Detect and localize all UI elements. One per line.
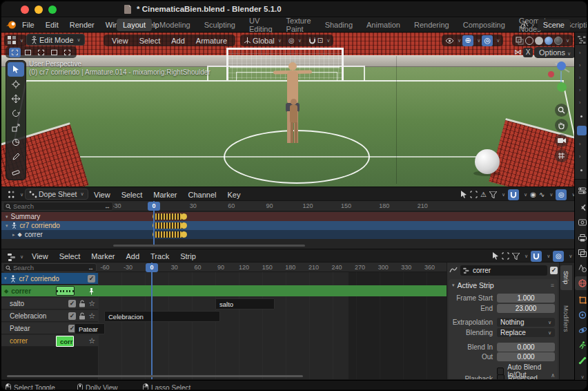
tool-properties-tab[interactable] (575, 200, 588, 214)
frame-selected-icon[interactable] (470, 191, 478, 198)
nla-proportional-toggle[interactable]: ◎ (553, 251, 564, 262)
outliner-body[interactable]: › › › › › › › (575, 44, 588, 179)
workspace-tab-8[interactable]: Compositing (457, 19, 511, 31)
strip-corr[interactable]: corr (56, 336, 74, 347)
end-field[interactable]: 23.000 (497, 304, 555, 313)
camera-view-button[interactable] (555, 134, 568, 147)
nla-hscrollbar[interactable] (7, 375, 303, 377)
close-window-button[interactable] (21, 6, 29, 14)
solo-star-icon[interactable]: ☆ (88, 312, 95, 321)
dopesheet-current-frame[interactable]: 0 (148, 202, 160, 211)
lock-icon[interactable] (79, 300, 86, 307)
shading-solid-button[interactable] (535, 37, 543, 45)
view-layer-properties-tab[interactable] (575, 246, 588, 260)
menu-2[interactable]: Render (64, 18, 100, 32)
viewport-menu-1[interactable]: Select (135, 35, 166, 46)
constraints-properties-tab[interactable] (575, 308, 588, 322)
scene-name-field[interactable]: Scene (538, 19, 570, 30)
nla-menu-3[interactable]: Add (121, 251, 144, 262)
pan-hand-button[interactable] (555, 119, 568, 132)
menu-0[interactable]: File (17, 18, 40, 32)
action-channel-row[interactable] (1, 230, 574, 239)
perspective-toggle-button[interactable] (555, 149, 568, 162)
channel-action[interactable]: ▸ ◆ correr (12, 230, 43, 239)
keyframe-type-icon[interactable]: ◉ (530, 191, 536, 198)
dopesheet-menu-2[interactable]: Marker (148, 189, 182, 200)
pivot-point-icon[interactable]: ◎ (288, 37, 295, 44)
workspace-tab-2[interactable]: Sculpting (198, 19, 242, 31)
show-errors-icon[interactable]: ⚠ (480, 191, 487, 198)
keyframes-action[interactable] (153, 231, 185, 238)
nla-menu-1[interactable]: Select (55, 251, 86, 262)
dopesheet-menu-1[interactable]: Select (117, 189, 148, 200)
select-box-new[interactable] (9, 48, 21, 57)
workspace-tab-1[interactable]: Modeling (153, 19, 197, 31)
channel-summary[interactable]: ▾ Summary (6, 212, 40, 221)
filter-by-name-icon[interactable]: ↔ (104, 203, 110, 210)
filter-funnel-icon[interactable] (489, 191, 497, 198)
measure-tool[interactable] (8, 164, 24, 178)
nla-frame-selected-icon[interactable] (502, 252, 509, 260)
blend-in-field[interactable]: 0.000 (497, 343, 555, 352)
output-properties-tab[interactable] (575, 231, 588, 245)
nla-only-selected-icon[interactable] (492, 252, 499, 260)
gizmos-toggle[interactable]: ⊕ (462, 35, 473, 46)
nla-object-track[interactable]: ▾ cr7 corriendo ✓ (1, 273, 98, 285)
auto-blend-checkbox[interactable] (497, 368, 504, 375)
nla-search[interactable]: Search ↔ (3, 263, 97, 272)
nla-track-salto[interactable]: salto ✓ ☆ (1, 298, 98, 309)
snap-magnet-icon[interactable] (308, 37, 316, 44)
strip-patear[interactable]: Patear (75, 323, 105, 334)
proportional-edit-toggle[interactable]: ◎ (556, 189, 567, 200)
nla-menu-0[interactable]: View (27, 251, 53, 262)
filter-eye-icon[interactable] (445, 37, 454, 44)
object-data-properties-tab[interactable] (575, 338, 588, 352)
pin-icon[interactable] (88, 287, 95, 295)
track-mute-checkbox[interactable]: ✓ (88, 275, 95, 283)
frame-start-field[interactable]: 1.000 (497, 294, 555, 303)
dopesheet-search[interactable]: Search ↔ (3, 202, 113, 211)
strip-celebracion[interactable]: Celebracion (104, 311, 220, 322)
viewport-menu-2[interactable]: Add (166, 35, 190, 46)
bone-properties-tab[interactable] (575, 354, 588, 368)
outliner-selected-item[interactable] (577, 126, 587, 135)
lock-icon[interactable] (79, 312, 86, 320)
xray-toggle-icon[interactable] (516, 37, 524, 45)
nla-menu-2[interactable]: Marker (86, 251, 119, 262)
select-box-intersect[interactable] (61, 48, 73, 57)
strip-name-field[interactable]: correr (460, 265, 547, 276)
editor-type-button[interactable]: ∨ (4, 35, 27, 46)
extrapolation-dropdown[interactable]: Nothing∨ (497, 318, 555, 327)
workspace-tab-5[interactable]: Shading (319, 19, 359, 31)
soccer-ball[interactable] (475, 149, 500, 174)
interpolation-icon[interactable]: ∿ (539, 191, 545, 198)
workspace-tab-0[interactable]: Layout (117, 19, 152, 31)
summary-row[interactable] (1, 212, 574, 221)
zoom-window-button[interactable] (48, 6, 57, 14)
dopesheet-menu-4[interactable]: Key (222, 189, 245, 200)
cursor-tool[interactable] (8, 77, 24, 91)
workspace-tab-7[interactable]: Rendering (408, 19, 455, 31)
nla-snapping-toggle[interactable] (531, 251, 542, 262)
nla-track-celebracion[interactable]: Celebracion ✓ ☆ (1, 310, 98, 322)
filter-by-name-icon[interactable]: ↔ (88, 265, 94, 271)
mode-selector[interactable]: Edit Mode ∨ (26, 34, 85, 46)
rotate-tool[interactable] (8, 106, 24, 120)
panel-scroll-arrow[interactable]: ∧ (551, 372, 555, 379)
out-field[interactable]: 0.000 (497, 352, 555, 361)
salto-enabled-checkbox[interactable]: ✓ (68, 300, 76, 307)
options-button[interactable]: Options∨ (534, 47, 574, 58)
dopesheet-hscrollbar[interactable] (113, 245, 305, 247)
panel-drag-handle[interactable]: ≡ (551, 282, 554, 289)
solo-star-icon[interactable]: ☆ (88, 299, 95, 308)
shading-material-button[interactable] (545, 37, 553, 45)
nla-body[interactable]: -60-300306090120150180210240270300330360… (1, 263, 574, 379)
outliner-editor-icon[interactable] (577, 36, 586, 44)
menu-1[interactable]: Edit (40, 18, 64, 32)
snap-target-icon[interactable]: ⊡ (317, 37, 323, 44)
overlays-toggle[interactable]: ◎ (482, 35, 493, 46)
orientation-label[interactable]: Global (253, 37, 275, 45)
minimize-window-button[interactable] (35, 6, 43, 14)
gizmo-x-axis-ball[interactable] (548, 71, 554, 77)
dopesheet-menu-0[interactable]: View (89, 189, 115, 200)
